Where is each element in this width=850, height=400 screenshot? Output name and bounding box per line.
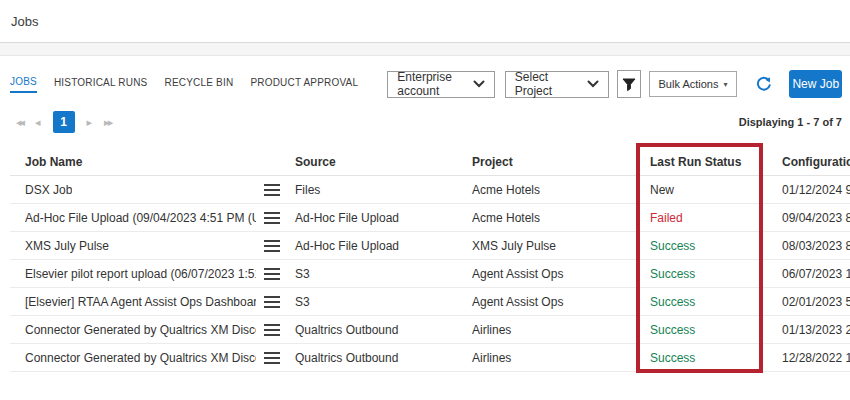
configuration-cell: 09/04/2023 8 — [767, 211, 850, 225]
tab-historical-runs[interactable]: HISTORICAL RUNS — [54, 77, 148, 92]
tab-product-approval[interactable]: PRODUCT APPROVAL — [250, 77, 358, 92]
tab-jobs[interactable]: JOBS — [10, 76, 37, 93]
table-row[interactable]: Connector Generated by Qualtrics XM Disc… — [10, 316, 850, 344]
source-cell: S3 — [280, 295, 457, 309]
job-name: XMS July Pulse — [25, 239, 109, 253]
bulk-actions-label: Bulk Actions — [659, 78, 719, 90]
tab-recycle-bin[interactable]: RECYCLE BIN — [165, 77, 234, 92]
row-menu-icon[interactable] — [264, 296, 280, 308]
account-dropdown[interactable]: Enterprise account — [387, 71, 495, 98]
job-name: Connector Generated by Qualtrics XM Disc… — [25, 323, 256, 337]
status-badge: Failed — [635, 211, 767, 225]
project-cell: Acme Hotels — [457, 183, 635, 197]
project-dropdown[interactable]: Select Project — [505, 71, 609, 98]
project-cell: Agent Assist Ops — [457, 295, 635, 309]
configuration-cell: 01/12/2024 9 — [767, 183, 850, 197]
toolbar: JOBS HISTORICAL RUNS RECYCLE BIN PRODUCT… — [10, 70, 842, 98]
configuration-cell: 01/13/2023 2 — [767, 323, 850, 337]
page-title: Jobs — [11, 14, 38, 29]
status-badge: Success — [635, 323, 767, 337]
pager: ◂◂ ◂ 1 ▸ ▸▸ — [10, 111, 117, 133]
displaying-count: Displaying 1 - 7 of 7 — [739, 116, 842, 128]
table-header-row: Job Name Source Project Last Run Status … — [10, 149, 850, 176]
new-job-button[interactable]: New Job — [789, 70, 842, 98]
title-bar: Jobs — [0, 0, 850, 43]
tab-bar: JOBS HISTORICAL RUNS RECYCLE BIN PRODUCT… — [10, 76, 375, 93]
table-row[interactable]: Ad-Hoc File Upload (09/04/2023 4:51 PM (… — [10, 204, 850, 232]
table-row[interactable]: DSX Job Files Acme Hotels New 01/12/2024… — [10, 176, 850, 204]
status-badge: Success — [635, 295, 767, 309]
chevron-down-icon — [473, 80, 485, 88]
caret-down-icon: ▾ — [723, 80, 727, 89]
row-menu-icon[interactable] — [264, 212, 280, 224]
configuration-cell: 02/01/2023 5 — [767, 295, 850, 309]
table-row[interactable]: Elsevier pilot report upload (06/07/2023… — [10, 260, 850, 288]
job-name: [Elsevier] RTAA Agent Assist Ops Dashboa… — [25, 295, 256, 309]
funnel-icon — [621, 77, 637, 92]
configuration-cell: 08/03/2023 8 — [767, 239, 850, 253]
status-badge: Success — [635, 239, 767, 253]
pager-first-icon[interactable]: ◂◂ — [10, 116, 29, 129]
source-cell: Files — [280, 183, 457, 197]
table-row[interactable]: XMS July Pulse Ad-Hoc File Upload XMS Ju… — [10, 232, 850, 260]
job-name: Elsevier pilot report upload (06/07/2023… — [25, 267, 256, 281]
header-configuration: Configuratio — [767, 155, 850, 169]
pager-next-icon[interactable]: ▸ — [81, 116, 99, 129]
status-badge: Success — [635, 267, 767, 281]
job-name: Ad-Hoc File Upload (09/04/2023 4:51 PM (… — [25, 211, 256, 225]
project-dropdown-value: Select Project — [515, 70, 581, 98]
pager-prev-icon[interactable]: ◂ — [29, 116, 47, 129]
project-cell: Airlines — [457, 323, 635, 337]
pager-current-page[interactable]: 1 — [53, 111, 75, 133]
refresh-icon — [756, 76, 772, 92]
filter-button[interactable] — [617, 70, 641, 98]
header-band — [0, 43, 850, 56]
row-menu-icon[interactable] — [264, 240, 280, 252]
configuration-cell: 12/28/2022 1 — [767, 351, 850, 365]
source-cell: Qualtrics Outbound — [280, 323, 457, 337]
project-cell: Airlines — [457, 351, 635, 365]
source-cell: Qualtrics Outbound — [280, 351, 457, 365]
header-last-run-status: Last Run Status — [635, 155, 767, 169]
header-project: Project — [457, 155, 635, 169]
jobs-page: Jobs JOBS HISTORICAL RUNS RECYCLE BIN PR… — [0, 0, 850, 400]
row-menu-icon[interactable] — [264, 324, 280, 336]
header-job-name: Job Name — [10, 155, 280, 169]
row-menu-icon[interactable] — [264, 184, 280, 196]
job-name: Connector Generated by Qualtrics XM Disc… — [25, 351, 256, 365]
chevron-down-icon — [587, 80, 599, 88]
jobs-table: Job Name Source Project Last Run Status … — [10, 149, 850, 372]
refresh-button[interactable] — [756, 76, 772, 92]
row-menu-icon[interactable] — [264, 352, 280, 364]
source-cell: Ad-Hoc File Upload — [280, 239, 457, 253]
project-cell: XMS July Pulse — [457, 239, 635, 253]
table-row[interactable]: Connector Generated by Qualtrics XM Disc… — [10, 344, 850, 372]
bulk-actions-button[interactable]: Bulk Actions ▾ — [649, 71, 738, 97]
configuration-cell: 06/07/2023 1 — [767, 267, 850, 281]
source-cell: S3 — [280, 267, 457, 281]
status-badge: New — [635, 183, 767, 197]
pagination-row: ◂◂ ◂ 1 ▸ ▸▸ Displaying 1 - 7 of 7 — [10, 110, 842, 134]
table-row[interactable]: [Elsevier] RTAA Agent Assist Ops Dashboa… — [10, 288, 850, 316]
pager-last-icon[interactable]: ▸▸ — [98, 116, 117, 129]
row-menu-icon[interactable] — [264, 268, 280, 280]
project-cell: Agent Assist Ops — [457, 267, 635, 281]
status-badge: Success — [635, 351, 767, 365]
job-name: DSX Job — [25, 183, 72, 197]
project-cell: Acme Hotels — [457, 211, 635, 225]
source-cell: Ad-Hoc File Upload — [280, 211, 457, 225]
account-dropdown-value: Enterprise account — [397, 70, 467, 98]
header-source: Source — [280, 155, 457, 169]
